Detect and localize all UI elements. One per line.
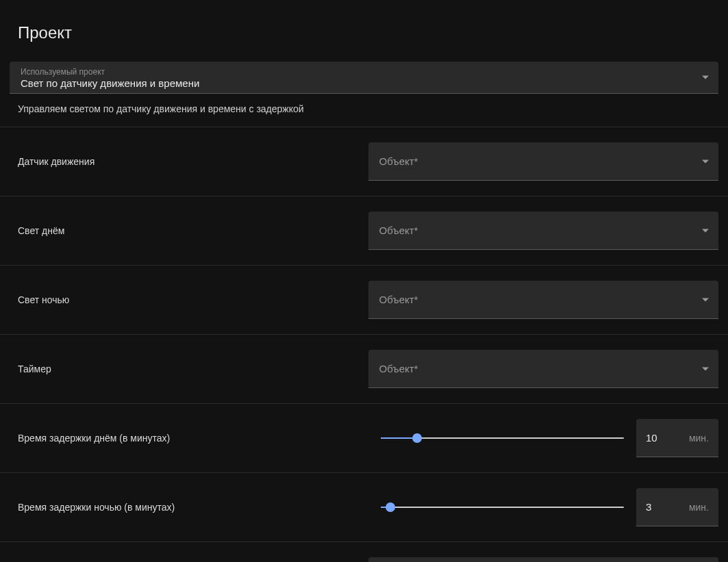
row-enable-day: Включать свет днём? Объект*: [0, 542, 728, 562]
project-description: Управляем светом по датчику движения и в…: [0, 94, 728, 127]
row-light-day: Свет днём Объект*: [0, 196, 728, 266]
label-delay-night: Время задержки ночью (в минутах): [18, 502, 368, 513]
project-select-value: Свет по датчику движения и времени: [21, 77, 707, 89]
value-delay-night: 3: [646, 501, 651, 513]
row-motion-sensor: Датчик движения Объект*: [0, 127, 728, 196]
row-light-night: Свет ночью Объект*: [0, 266, 728, 335]
select-placeholder: Объект*: [379, 225, 418, 236]
slider-thumb[interactable]: [386, 502, 395, 512]
select-enable-day[interactable]: Объект*: [368, 557, 719, 562]
slider-track: [381, 507, 625, 508]
chevron-down-icon: [702, 229, 709, 232]
label-motion-sensor: Датчик движения: [18, 156, 368, 167]
label-timer: Таймер: [18, 363, 368, 374]
row-delay-night: Время задержки ночью (в минутах) 3 мин.: [0, 473, 728, 542]
project-select-label: Используемый проект: [21, 67, 707, 77]
select-placeholder: Объект*: [379, 363, 418, 374]
chevron-down-icon: [702, 367, 709, 370]
chevron-down-icon: [702, 159, 709, 163]
page-title: Проект: [0, 0, 728, 55]
unit-delay-night: мин.: [689, 502, 709, 513]
select-placeholder: Объект*: [379, 155, 418, 167]
select-light-day[interactable]: Объект*: [368, 212, 719, 250]
slider-fill: [381, 437, 417, 439]
project-select[interactable]: Используемый проект Свет по датчику движ…: [10, 62, 718, 94]
value-delay-day: 10: [646, 432, 657, 444]
value-box-delay-night[interactable]: 3 мин.: [636, 488, 718, 526]
row-timer: Таймер Объект*: [0, 335, 728, 404]
chevron-down-icon: [702, 76, 709, 79]
row-delay-day: Время задержки днём (в минутах) 10 мин.: [0, 404, 728, 473]
select-timer[interactable]: Объект*: [368, 350, 719, 388]
select-light-night[interactable]: Объект*: [368, 281, 719, 319]
slider-delay-day[interactable]: [381, 431, 625, 445]
select-placeholder: Объект*: [379, 294, 418, 305]
slider-thumb[interactable]: [412, 433, 422, 443]
label-light-night: Свет ночью: [18, 294, 368, 305]
label-delay-day: Время задержки днём (в минутах): [18, 433, 368, 444]
value-box-delay-day[interactable]: 10 мин.: [636, 419, 718, 457]
select-motion-sensor[interactable]: Объект*: [368, 142, 719, 181]
chevron-down-icon: [702, 298, 709, 301]
label-light-day: Свет днём: [18, 225, 368, 236]
slider-delay-night[interactable]: [381, 500, 625, 514]
unit-delay-day: мин.: [689, 433, 709, 444]
